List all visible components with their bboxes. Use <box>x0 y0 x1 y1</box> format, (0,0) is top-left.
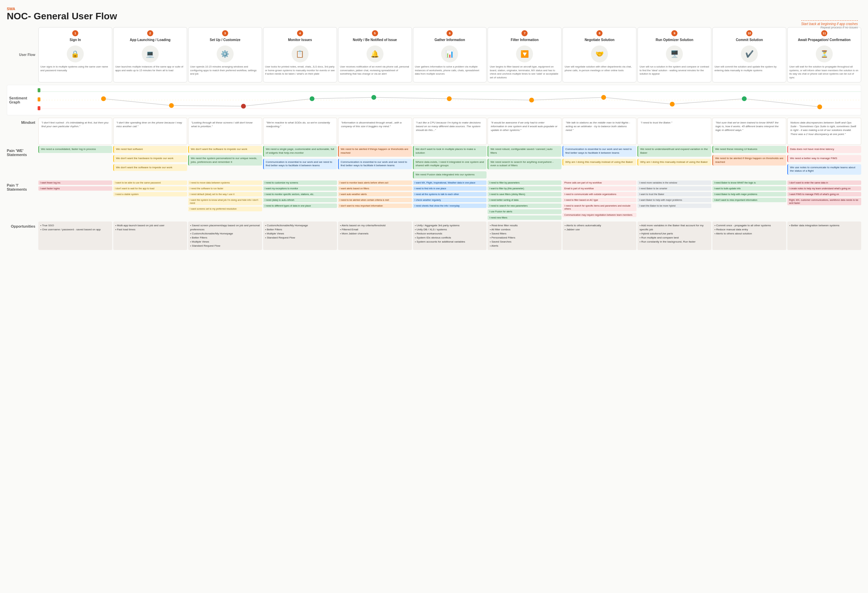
step-4-title: Monitor Issues <box>288 38 312 42</box>
step-1-number: 1 <box>72 30 78 36</box>
step-10-number: 10 <box>746 30 752 36</box>
svg-point-11 <box>447 96 452 101</box>
pain-i-9-tag-3: I want to trust the Baker <box>638 192 712 197</box>
svg-point-9 <box>310 96 314 101</box>
pain-i-6-tag-3: I need all the systems to talk to each o… <box>413 192 487 197</box>
mindset-5: "Information is disseminated through ema… <box>338 118 412 145</box>
pain-i-6-tag-1: I want MX, Flight, Inspirational, Weathe… <box>413 180 487 185</box>
pain-i-11: I don't want to enter the same data in I… <box>787 180 861 220</box>
sentiment-section: Sentiment Graph <box>7 85 861 115</box>
pain-we-6-card-2: Where data exists, I need it integrated … <box>413 159 487 170</box>
step-1-title: Sign In <box>69 38 81 42</box>
pain-i-8-tag-5: I need to search for specific items and … <box>562 204 636 211</box>
pain-i-5-tag-3: I want auto weather alerts <box>338 192 412 197</box>
pain-i-7-tag-4: I need better sorting of data <box>487 198 561 202</box>
pain-i-3: I need to move data between systems I ne… <box>188 180 262 220</box>
pain-i-1-tag-2: I want faster logins <box>38 186 112 191</box>
main-grid: User Flow 1 Sign In 🔒 User signs in to m… <box>7 27 861 250</box>
opp-7-text: • Real-time filter results • All filter … <box>490 223 559 248</box>
step-11-title: Await Propagation/ Confirmation <box>798 38 850 42</box>
pain-i-9-tag-4: I want Baker to help with major problems <box>638 198 712 202</box>
pain-i-1: I want fewer log ins I want faster login… <box>38 180 112 220</box>
pain-i-8-tag-2: Email is part of my workflow <box>562 186 636 191</box>
pain-i-label: Pain 'I' Statements <box>7 180 37 220</box>
svg-rect-5 <box>38 106 40 110</box>
step-7-desc: User begins to filter based on aircraft … <box>490 65 559 79</box>
step-11-number: 11 <box>821 30 827 36</box>
sentiment-label: Sentiment Graph <box>7 96 38 104</box>
pain-we-2-card-2: We don't want the hardware to impede our… <box>113 155 187 162</box>
step-3-title: Set Up / Customize <box>210 38 241 42</box>
opp-5-text: • Alerts based on my criteria/threshold … <box>340 223 410 236</box>
pain-we-11-card-1: Data does not have real-time latency <box>787 146 861 153</box>
user-flow-label: User Flow <box>7 27 37 83</box>
pain-we-4: We need a single page, customizable and … <box>263 146 337 179</box>
sentiment-chart <box>38 87 861 114</box>
pain-i-5-tag-4: I need to be alerted when certain criter… <box>338 198 412 202</box>
pain-we-4-card-1: We need a single page, customizable and … <box>263 146 337 157</box>
step-2-number: 2 <box>147 30 153 36</box>
step-1-icon: 🔒 <box>67 46 84 62</box>
mindset-10: "Not sure that we've been trained to kno… <box>712 118 786 145</box>
opp-11: • Better data integration between system… <box>787 222 861 250</box>
opp-10-text: • Commit once - propagate to all other s… <box>714 223 784 236</box>
step-11-box: 11 Await Propagation/ Confirmation ⏳ Use… <box>787 27 861 83</box>
step-3-number: 3 <box>222 30 228 36</box>
pain-we-3-card-1: We don't want the software to impede our… <box>188 146 262 153</box>
pain-i-4-tag-2: I want my exceptions to monitor <box>263 186 337 191</box>
step-9-box: 9 Run Optimizer Solution 🖥️ User will ru… <box>638 27 712 83</box>
pain-i-10-tag-1: I need Baker to know WHAT the logic is <box>712 180 786 185</box>
pain-i-2-tag-1: I want to be able to use the same passwo… <box>113 180 187 185</box>
crash-note-line1: Start back at beginning if app crashes <box>801 22 858 26</box>
pain-we-1: We need a consolidated, faster log in pr… <box>38 146 112 179</box>
pain-we-10-card-2: We need to be alerted if things happen o… <box>712 155 786 166</box>
pain-i-3-tag-4: I want the system to know what job I'm d… <box>188 198 262 205</box>
pain-we-5-card-2: Communication is essential to our work a… <box>338 159 412 170</box>
pain-i-7-tag-5: I need to search for new parameters <box>487 204 561 208</box>
pain-i-11-tag-4: Right, MX, customer communications, work… <box>787 198 861 205</box>
crash-note-line2: Repeat process if no issues <box>801 26 858 29</box>
step-6-title: Gather Information <box>434 38 465 42</box>
step-8-desc: User will negotiate solution with other … <box>565 65 635 72</box>
step-3-desc: User spends 10-15 minutes arranging wind… <box>190 65 260 76</box>
mindset-6: "I act like a CPU because I'm trying to … <box>413 118 487 145</box>
pain-i-9-tag-2: I need Baker to be smarter <box>638 186 712 191</box>
pain-i-11-tag-1: I don't want to enter the same data in <box>787 180 861 185</box>
step-9-icon: 🖥️ <box>666 46 683 62</box>
pain-i-7-tag-3: I need to save filters (sticky filters) <box>487 192 561 197</box>
pain-i-5-tag-2: I want alerts based on filters <box>338 186 412 191</box>
pain-i-4-tag-3: I need to monitor specific sectors, stat… <box>263 192 337 197</box>
step-9-desc: User will run a solution in the system a… <box>639 65 709 76</box>
mindset-label: Mindset <box>7 118 37 145</box>
step-4-box: 4 Monitor Issues 📋 User looks for printe… <box>263 27 337 83</box>
pain-i-8-tag-4: I need to filter based on AC type <box>562 198 636 202</box>
step-1-desc: User signs in to multiple systems using … <box>40 65 110 72</box>
opp-9-text: • Add more variables in the Baker that a… <box>639 223 709 244</box>
step-9-title: Run Optimizer Solution <box>656 38 693 42</box>
pain-we-11-card-3: We use notes to communicate to multiple … <box>787 164 861 175</box>
pain-i-5-tag-1: I want to monitor basic alerts before ot… <box>338 180 412 185</box>
pain-i-3-tag-2: I need the software to run faster <box>188 186 262 191</box>
mindset-9: "I need to trust the Baker." <box>638 118 712 145</box>
pain-we-2-card-1: We need fast software <box>113 146 187 153</box>
opp-8-text: • Alerts to others automatically • Jabbe… <box>565 223 635 232</box>
svg-point-6 <box>101 96 106 101</box>
step-3-box: 3 Set Up / Customize ⚙️ User spends 10-1… <box>188 27 262 83</box>
step-6-desc: User gathers information to solve a prob… <box>415 65 485 76</box>
pain-we-8: Communication is essential to our work a… <box>562 146 636 179</box>
step-7-number: 7 <box>521 30 528 36</box>
opp-7: • Real-time filter results • All filter … <box>487 222 561 250</box>
pain-i-2-tag-3: I need a stable system <box>113 192 187 197</box>
svg-point-15 <box>742 96 747 101</box>
pain-i-10-tag-3: I need Baker to help with major problems <box>712 192 786 197</box>
pain-we-4-card-2: Communication is essential to our work a… <box>263 159 337 170</box>
svg-rect-4 <box>38 98 40 101</box>
step-6-number: 6 <box>447 30 453 36</box>
step-6-icon: 📊 <box>441 46 458 62</box>
pain-i-11-tag-2: I create notes to help my team understan… <box>787 186 861 191</box>
svg-rect-3 <box>38 88 40 92</box>
pain-i-5: I want to monitor basic alerts before ot… <box>338 180 412 220</box>
page-title: NOC- General User Flow <box>7 11 861 22</box>
step-9-number: 9 <box>671 30 678 36</box>
step-2-icon: 💻 <box>142 46 159 62</box>
